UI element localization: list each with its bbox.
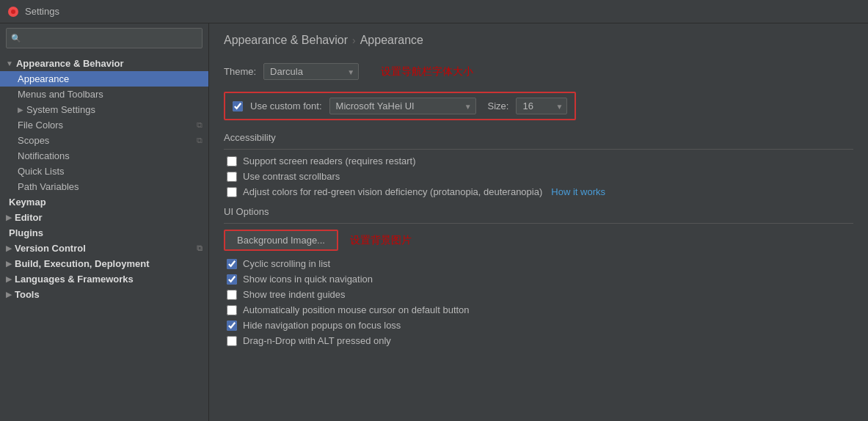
accessibility-option-2: Adjust colors for red-green vision defic… bbox=[224, 186, 853, 197]
copy-icon: ⧉ bbox=[197, 244, 203, 253]
hide-nav-label[interactable]: Hide navigation popups on focus loss bbox=[243, 320, 401, 331]
sidebar-label: Plugins bbox=[9, 227, 43, 238]
content-body: Theme: Darcula IntelliJ High Contrast ▼ … bbox=[209, 56, 868, 421]
app-icon bbox=[7, 6, 19, 18]
mouse-cursor-checkbox[interactable] bbox=[227, 305, 237, 315]
show-icons-checkbox[interactable] bbox=[227, 274, 237, 285]
size-select-wrapper[interactable]: 12 13 14 16 18 20 ▼ bbox=[516, 98, 567, 114]
ui-option-cyclic: Cyclic scrolling in list bbox=[224, 258, 853, 269]
sidebar-item-scopes[interactable]: Scopes ⧉ bbox=[0, 133, 208, 148]
sidebar-item-editor[interactable]: ▶ Editor bbox=[0, 210, 208, 225]
sidebar-label: Notifications bbox=[18, 150, 70, 161]
theme-label: Theme: bbox=[224, 66, 256, 77]
sidebar-label: System Settings bbox=[26, 104, 95, 115]
size-select[interactable]: 12 13 14 16 18 20 bbox=[516, 98, 567, 114]
cyclic-scrolling-checkbox[interactable] bbox=[227, 259, 237, 269]
sidebar-item-tools[interactable]: ▶ Tools bbox=[0, 287, 208, 302]
toggle-icon: ▶ bbox=[6, 244, 12, 252]
drag-drop-checkbox[interactable] bbox=[227, 336, 237, 346]
accessibility-title: Accessibility bbox=[224, 132, 853, 143]
theme-row: Theme: Darcula IntelliJ High Contrast ▼ … bbox=[224, 63, 853, 80]
sidebar-item-system-settings[interactable]: ▶ System Settings bbox=[0, 102, 208, 117]
search-box[interactable]: 🔍 bbox=[6, 28, 203, 48]
sidebar-label: Menus and Toolbars bbox=[18, 89, 103, 100]
theme-select-wrapper[interactable]: Darcula IntelliJ High Contrast ▼ bbox=[263, 63, 359, 80]
how-it-works-link[interactable]: How it works bbox=[551, 186, 605, 197]
sidebar-item-menus-toolbars[interactable]: Menus and Toolbars bbox=[0, 87, 208, 102]
toggle-icon: ▶ bbox=[6, 213, 12, 222]
background-image-button[interactable]: Background Image... bbox=[224, 230, 338, 251]
sidebar-item-keymap[interactable]: Keymap bbox=[0, 194, 208, 210]
accessibility-option-0: Support screen readers (requires restart… bbox=[224, 155, 853, 166]
color-deficiency-label[interactable]: Adjust colors for red-green vision defic… bbox=[243, 186, 542, 197]
theme-select[interactable]: Darcula IntelliJ High Contrast bbox=[263, 63, 359, 80]
sidebar-label: Build, Execution, Deployment bbox=[15, 258, 149, 269]
toggle-icon: ▼ bbox=[6, 59, 13, 67]
background-button-row: Background Image... 设置背景图片 bbox=[224, 230, 853, 251]
custom-font-checkbox[interactable] bbox=[233, 101, 243, 111]
copy-icon: ⧉ bbox=[197, 136, 203, 145]
tree-indent-label[interactable]: Show tree indent guides bbox=[243, 289, 345, 300]
sidebar-item-notifications[interactable]: Notifications bbox=[0, 148, 208, 164]
sidebar: 🔍 ▼ Appearance & Behavior Appearance Men… bbox=[0, 23, 209, 421]
ui-option-mouse-cursor: Automatically position mouse cursor on d… bbox=[224, 304, 853, 315]
sidebar-item-appearance-behavior[interactable]: ▼ Appearance & Behavior bbox=[0, 56, 208, 71]
drag-drop-label[interactable]: Drag-n-Drop with ALT pressed only bbox=[243, 335, 391, 346]
title-text: Settings bbox=[25, 6, 59, 17]
contrast-scrollbars-label[interactable]: Use contrast scrollbars bbox=[243, 171, 340, 182]
hide-nav-checkbox[interactable] bbox=[227, 321, 237, 331]
ui-options-title: UI Options bbox=[224, 206, 853, 217]
toggle-icon: ▶ bbox=[6, 290, 12, 299]
contrast-scrollbars-checkbox[interactable] bbox=[227, 172, 237, 182]
divider-2 bbox=[224, 223, 853, 224]
toggle-icon: ▶ bbox=[18, 106, 23, 114]
search-icon: 🔍 bbox=[11, 34, 21, 43]
sidebar-label: Languages & Frameworks bbox=[15, 274, 134, 285]
screen-readers-checkbox[interactable] bbox=[227, 156, 237, 166]
sidebar-label: File Colors bbox=[18, 120, 63, 131]
sidebar-label: Editor bbox=[15, 212, 43, 223]
main-layout: 🔍 ▼ Appearance & Behavior Appearance Men… bbox=[0, 23, 868, 421]
title-bar: Settings bbox=[0, 0, 868, 23]
sidebar-item-appearance[interactable]: Appearance bbox=[0, 71, 208, 87]
copy-icon: ⧉ bbox=[197, 120, 203, 130]
toggle-icon: ▶ bbox=[6, 275, 12, 283]
sidebar-label: Quick Lists bbox=[18, 166, 65, 177]
sidebar-item-version-control[interactable]: ▶ Version Control ⧉ bbox=[0, 241, 208, 256]
font-select[interactable]: Microsoft YaHei UI Arial Segoe UI Consol… bbox=[329, 98, 476, 114]
divider bbox=[224, 149, 853, 150]
annotation-font-size: 设置导航栏字体大小 bbox=[381, 65, 473, 78]
sidebar-item-languages[interactable]: ▶ Languages & Frameworks bbox=[0, 271, 208, 287]
custom-font-label[interactable]: Use custom font: bbox=[250, 100, 322, 111]
sidebar-item-build[interactable]: ▶ Build, Execution, Deployment bbox=[0, 256, 208, 271]
show-icons-label[interactable]: Show icons in quick navigation bbox=[243, 274, 373, 285]
ui-option-drag-drop: Drag-n-Drop with ALT pressed only bbox=[224, 335, 853, 346]
breadcrumb-parent: Appearance & Behavior bbox=[224, 34, 348, 47]
sidebar-label: Scopes bbox=[18, 135, 49, 146]
breadcrumb-separator: › bbox=[352, 34, 356, 46]
accessibility-option-1: Use contrast scrollbars bbox=[224, 171, 853, 182]
search-input[interactable] bbox=[24, 30, 197, 46]
bg-annotation: 设置背景图片 bbox=[350, 234, 412, 247]
ui-option-tree-indent: Show tree indent guides bbox=[224, 289, 853, 300]
sidebar-item-file-colors[interactable]: File Colors ⧉ bbox=[0, 117, 208, 133]
sidebar-item-plugins[interactable]: Plugins bbox=[0, 225, 208, 241]
sidebar-item-path-variables[interactable]: Path Variables bbox=[0, 179, 208, 194]
mouse-cursor-label[interactable]: Automatically position mouse cursor on d… bbox=[243, 304, 470, 315]
content-area: Appearance & Behavior › Appearance Theme… bbox=[209, 23, 868, 421]
size-label: Size: bbox=[488, 100, 509, 111]
screen-readers-label[interactable]: Support screen readers (requires restart… bbox=[243, 155, 416, 166]
sidebar-label: Appearance & Behavior bbox=[16, 58, 124, 69]
sidebar-label: Appearance bbox=[18, 73, 69, 84]
ui-option-hide-nav: Hide navigation popups on focus loss bbox=[224, 320, 853, 331]
cyclic-scrolling-label[interactable]: Cyclic scrolling in list bbox=[243, 258, 330, 269]
sidebar-label: Tools bbox=[15, 289, 40, 300]
font-row: Use custom font: Microsoft YaHei UI Aria… bbox=[224, 92, 576, 120]
font-select-wrapper[interactable]: Microsoft YaHei UI Arial Segoe UI Consol… bbox=[329, 98, 476, 114]
toggle-icon: ▶ bbox=[6, 260, 12, 268]
breadcrumb-current: Appearance bbox=[360, 34, 423, 47]
color-deficiency-checkbox[interactable] bbox=[227, 187, 237, 197]
tree-indent-checkbox[interactable] bbox=[227, 290, 237, 300]
sidebar-item-quick-lists[interactable]: Quick Lists bbox=[0, 164, 208, 179]
sidebar-label: Keymap bbox=[9, 197, 46, 208]
